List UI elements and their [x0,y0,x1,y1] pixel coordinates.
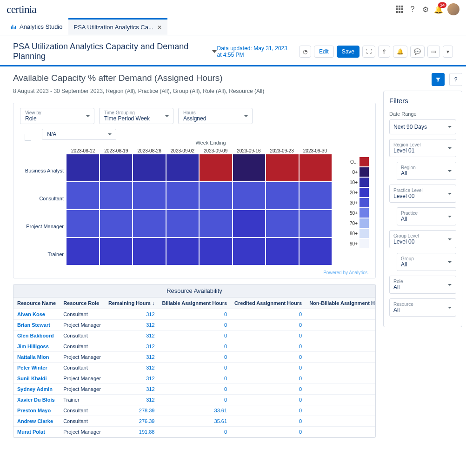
chevron-down-icon [107,132,112,137]
practice-level-select[interactable]: Practice LevelLevel 00 [389,185,456,203]
resource-table: Resource Name Resource Role Remaining Ho… [13,298,375,437]
table-row: Xavier Du BloisTrainer312000 [13,395,375,405]
chart-subtitle: 8 August 2023 - 30 September 2023, Regio… [13,88,376,94]
more-icon[interactable]: ▾ [443,46,453,58]
heatmap-x-labels: 2023-08-122023-08-192023-08-262023-09-02… [67,148,332,153]
chevron-down-icon [447,192,452,196]
table-row: Brian StewartProject Manager312000 [13,320,375,331]
filters-title: Filters [389,97,456,105]
resource-link[interactable]: Preston Mayo [17,408,51,413]
save-button[interactable]: Save [337,46,359,58]
title-dropdown-icon[interactable] [212,50,217,53]
timer-icon[interactable]: ◔ [299,46,311,58]
region-level-select[interactable]: Region LevelLevel 01 [389,139,456,157]
chevron-down-icon [165,114,169,119]
resource-link[interactable]: Sunil Khaldi [17,376,47,381]
resource-link[interactable]: Peter Winter [17,365,47,370]
table-row: Jim HilligossConsultant312000 [13,341,375,352]
table-row: Andrew ClarkeConsultant276.3935.6100 [13,416,375,427]
group-select[interactable]: GroupAll [397,253,456,271]
practice-select[interactable]: PracticeAll [397,207,456,225]
viewby-sub-select[interactable]: N/A [42,129,116,140]
page-title: PSA Utilization Analytics Capacity and D… [13,42,217,61]
tab-label: PSA Utilization Analytics Ca... [74,24,153,31]
chevron-down-icon [447,169,452,173]
data-updated-text: Data updated: May 31, 2023 at 4:55 PM [217,45,293,58]
group-level-select[interactable]: Group LevelLevel 00 [389,230,456,248]
filter-panel: Filters Date Range Next 90 Days Region L… [383,91,462,327]
resource-link[interactable]: Jim Hilligoss [17,344,49,349]
avatar[interactable] [447,3,459,15]
table-row: Glen BakboordConsultant312000 [13,331,375,341]
table-row: Murat PolatProject Manager191.8800012 [13,427,375,437]
chevron-down-icon [447,305,452,310]
resource-link[interactable]: Brian Stewart [17,322,50,328]
tab-label: Analytics Studio [20,23,63,30]
gear-icon[interactable]: ⚙ [421,5,430,13]
chevron-down-icon [447,146,452,151]
resource-link[interactable]: Sydney Admin [17,386,53,392]
notification-badge: 14 [438,2,446,8]
filter-help-icon[interactable]: ? [449,73,462,86]
heatmap-grid [67,154,332,265]
col-resource-name[interactable]: Resource Name [13,298,60,309]
heatmap-y-labels: Business AnalystConsultantProject Manage… [20,157,67,268]
region-select[interactable]: RegionAll [397,162,456,180]
chevron-down-icon [447,260,452,264]
chevron-down-icon [244,114,248,119]
tab-analytics-studio[interactable]: Analytics Studio [5,19,68,35]
chevron-down-icon [86,114,90,119]
brand-logo: certinia [7,3,36,16]
tab-psa-utilization[interactable]: PSA Utilization Analytics Ca... ✕ [68,18,167,35]
powered-by: Powered by Analytics. [20,270,369,275]
resource-select[interactable]: ResourceAll [389,298,456,317]
timegrouping-select[interactable]: Time Grouping Time Period Week [99,108,173,124]
chevron-down-icon [447,283,452,287]
date-range-label: Date Range [389,111,456,117]
viewby-select[interactable]: View by Role [20,108,94,124]
resource-link[interactable]: Xavier Du Blois [17,397,55,403]
chevron-down-icon [447,125,452,129]
chevron-down-icon [447,237,452,242]
col-billable[interactable]: Billable Assignment Hours [159,298,231,309]
resource-link[interactable]: Alvan Kose [17,311,45,317]
col-resource-role[interactable]: Resource Role [60,298,105,309]
table-row: Sydney AdminProject Manager312000 [13,384,375,395]
resource-link[interactable]: Andrew Clarke [17,418,53,424]
close-icon[interactable]: ✕ [157,24,162,31]
table-row: Alvan KoseConsultant312000 [13,309,375,320]
share-icon[interactable]: ⇪ [378,46,390,58]
app-launcher-icon[interactable] [395,5,404,13]
comment-icon[interactable]: 💬 [410,46,425,58]
expand-icon[interactable]: ⛶ [362,46,375,58]
present-icon[interactable]: ▭ [427,46,440,58]
table-row: Sunil KhaldiProject Manager312000 [13,373,375,384]
table-row: Peter WinterConsultant312000 [13,363,375,373]
table-row: Preston MayoConsultant278.3933.6100 [13,405,375,416]
resource-link[interactable]: Glen Bakboord [17,333,54,338]
table-row: Nattalia MionProject Manager312000 [13,352,375,363]
role-select[interactable]: RoleAll [389,276,456,294]
heatmap-legend: O...0+10+20+30+50+70+80+90+ [341,157,369,268]
resource-link[interactable]: Nattalia Mion [17,354,49,360]
table-title: Resource Availability [13,284,375,298]
col-nonbillable[interactable]: Non-Billable Assignment Hours [306,298,375,309]
resource-link[interactable]: Murat Polat [17,429,45,435]
edit-button[interactable]: Edit [314,46,334,58]
heatmap-x-title: Week Ending [53,140,369,145]
col-credited[interactable]: Credited Assignment Hours [231,298,306,309]
bell-icon[interactable]: 🔔14 [434,5,443,13]
chevron-down-icon [447,214,452,219]
notify-icon[interactable]: 🔔 [393,46,407,58]
chart-title: Available Capacity % after Demand (Assig… [13,73,376,83]
date-range-select[interactable]: Next 90 Days [389,119,456,134]
hours-select[interactable]: Hours Assigned [178,108,253,124]
col-remaining-hours[interactable]: Remaining Hours ↓ [105,298,159,309]
help-icon[interactable]: ? [408,5,417,13]
filter-icon[interactable] [432,73,445,86]
